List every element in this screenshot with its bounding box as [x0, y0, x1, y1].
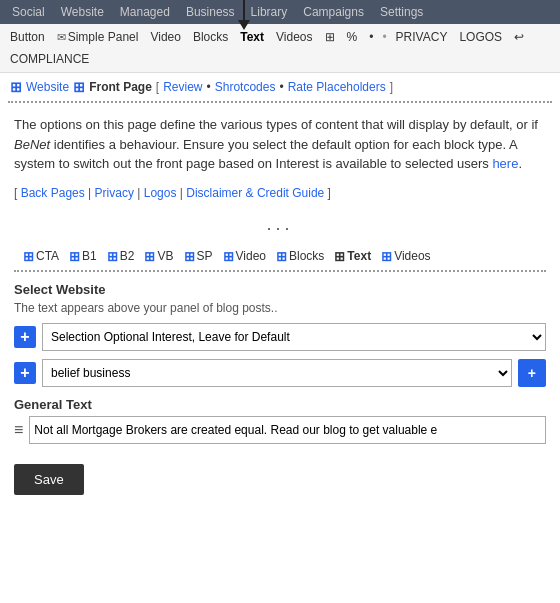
cta-plus-icon: ⊞: [23, 249, 34, 264]
text-label: Text: [347, 249, 371, 263]
breadcrumb-front-page[interactable]: Front Page: [89, 80, 152, 94]
b2-label: B2: [120, 249, 135, 263]
dropdown1-row: + Selection Optional Interest, Leave for…: [14, 323, 546, 351]
hamburger-icon[interactable]: ≡: [14, 421, 23, 439]
nav-business[interactable]: Business: [178, 0, 243, 24]
block-tab-videos[interactable]: ⊞ Videos: [378, 247, 433, 266]
select-website-section: Select Website The text appears above yo…: [14, 282, 546, 387]
links-sep1: |: [88, 186, 91, 200]
toolbar-simple-panel[interactable]: ✉ Simple Panel: [53, 28, 143, 46]
general-text-row: ≡: [14, 416, 546, 444]
nav-website[interactable]: Website: [53, 0, 112, 24]
toolbar-videos[interactable]: Videos: [272, 28, 316, 46]
block-tab-b2[interactable]: ⊞ B2: [104, 247, 138, 266]
here-link[interactable]: here: [492, 156, 518, 171]
toolbar-undo[interactable]: ↩: [510, 28, 528, 46]
breadcrumb-rate-placeholders[interactable]: Rate Placeholders: [288, 80, 386, 94]
links-bracket-open: [: [14, 186, 17, 200]
dropdown1-select[interactable]: Selection Optional Interest, Leave for D…: [42, 323, 546, 351]
block-tabs: ⊞ CTA ⊞ B1 ⊞ B2 ⊞ VB ⊞ SP ⊞ Video ⊞ Bloc…: [14, 243, 546, 272]
blocks-label: Blocks: [289, 249, 324, 263]
dropdown2-select[interactable]: belief business: [42, 359, 512, 387]
description-text: The options on this page define the vari…: [14, 115, 546, 174]
toolbar-bullet[interactable]: •: [365, 28, 377, 46]
select-website-desc: The text appears above your panel of blo…: [14, 301, 546, 315]
breadcrumb-shrotcodes[interactable]: Shrotcodes: [215, 80, 276, 94]
general-text-title: General Text: [14, 397, 546, 412]
dropdown1-plus-button[interactable]: +: [14, 326, 36, 348]
add-button[interactable]: +: [518, 359, 546, 387]
breadcrumb-website-plus: ⊞: [10, 79, 22, 95]
links-row: [ Back Pages | Privacy | Logos | Disclai…: [14, 186, 546, 200]
top-navigation: Social Website Managed Business Library …: [0, 0, 560, 24]
save-section: Save: [14, 464, 546, 495]
toolbar-grid[interactable]: ⊞: [321, 28, 339, 46]
toolbar-button[interactable]: Button: [6, 28, 49, 46]
toolbar-percent[interactable]: %: [343, 28, 362, 46]
nav-library[interactable]: Library: [243, 0, 296, 24]
breadcrumb-review[interactable]: Review: [163, 80, 202, 94]
save-button[interactable]: Save: [14, 464, 84, 495]
toolbar-sep1: •: [381, 30, 387, 44]
videos-plus-icon: ⊞: [381, 249, 392, 264]
breadcrumb: ⊞ Website ⊞ Front Page [ Review • Shrotc…: [0, 73, 560, 101]
dropdown2-plus-button[interactable]: +: [14, 362, 36, 384]
sp-label: SP: [197, 249, 213, 263]
logos-link[interactable]: Logos: [144, 186, 177, 200]
block-tab-b1[interactable]: ⊞ B1: [66, 247, 100, 266]
b1-plus-icon: ⊞: [69, 249, 80, 264]
nav-social[interactable]: Social: [4, 0, 53, 24]
links-sep2: |: [137, 186, 140, 200]
breadcrumb-website[interactable]: Website: [26, 80, 69, 94]
main-content: The options on this page define the vari…: [0, 103, 560, 507]
vb-plus-icon: ⊞: [144, 249, 155, 264]
block-tab-cta[interactable]: ⊞ CTA: [20, 247, 62, 266]
toolbar-video[interactable]: Video: [146, 28, 184, 46]
breadcrumb-bracket-open: [: [156, 80, 159, 94]
nav-campaigns[interactable]: Campaigns: [295, 0, 372, 24]
video-label: Video: [236, 249, 266, 263]
block-tab-blocks[interactable]: ⊞ Blocks: [273, 247, 327, 266]
block-tab-sp[interactable]: ⊞ SP: [181, 247, 216, 266]
sp-plus-icon: ⊞: [184, 249, 195, 264]
toolbar-text[interactable]: Text: [236, 28, 268, 46]
toolbar-privacy[interactable]: PRIVACY: [392, 28, 452, 46]
block-tab-vb[interactable]: ⊞ VB: [141, 247, 176, 266]
blocks-plus-icon: ⊞: [276, 249, 287, 264]
toolbar-logos[interactable]: LOGOS: [455, 28, 506, 46]
links-bracket-close: ]: [328, 186, 331, 200]
breadcrumb-bracket-close: ]: [390, 80, 393, 94]
vb-label: VB: [157, 249, 173, 263]
links-sep3: |: [180, 186, 183, 200]
b1-label: B1: [82, 249, 97, 263]
toolbar-blocks[interactable]: Blocks: [189, 28, 232, 46]
privacy-link[interactable]: Privacy: [95, 186, 134, 200]
envelope-icon: ✉: [57, 31, 66, 44]
breadcrumb-dot2: •: [279, 80, 283, 94]
videos-label: Videos: [394, 249, 430, 263]
block-tab-text[interactable]: ⊞ Text: [331, 247, 374, 266]
general-text-input[interactable]: [29, 416, 546, 444]
breadcrumb-frontpage-plus: ⊞: [73, 79, 85, 95]
general-text-section: General Text ≡: [14, 397, 546, 444]
disclaimer-link[interactable]: Disclaimer & Credit Guide: [186, 186, 324, 200]
back-pages-link[interactable]: Back Pages: [21, 186, 85, 200]
select-website-title: Select Website: [14, 282, 546, 297]
video-plus-icon: ⊞: [223, 249, 234, 264]
dropdown2-row: + belief business +: [14, 359, 546, 387]
benet-italic: BeNet: [14, 137, 50, 152]
ellipsis: ...: [14, 214, 546, 235]
toolbar-compliance[interactable]: COMPLIANCE: [6, 50, 93, 68]
toolbar: Button ✉ Simple Panel Video Blocks Text …: [0, 24, 560, 73]
nav-managed[interactable]: Managed: [112, 0, 178, 24]
text-plus-icon: ⊞: [334, 249, 345, 264]
b2-plus-icon: ⊞: [107, 249, 118, 264]
nav-settings[interactable]: Settings: [372, 0, 431, 24]
cta-label: CTA: [36, 249, 59, 263]
block-tab-video[interactable]: ⊞ Video: [220, 247, 269, 266]
breadcrumb-dot1: •: [207, 80, 211, 94]
